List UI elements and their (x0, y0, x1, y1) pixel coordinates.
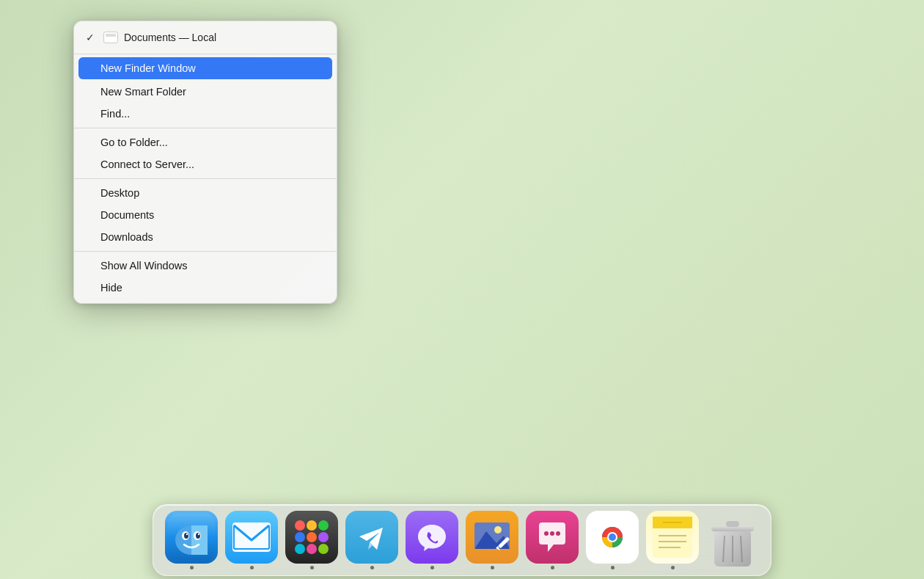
svg-point-23 (318, 544, 329, 554)
menu-item-go-to-folder[interactable]: Go to Folder... (74, 131, 337, 153)
svg-point-32 (550, 531, 554, 536)
menu-item-show-all-windows[interactable]: Show All Windows (74, 255, 337, 277)
dock-icon-finder[interactable] (165, 511, 218, 569)
menu-item-downloads[interactable]: Downloads (74, 226, 337, 248)
telegram-dot (370, 566, 374, 569)
notes-app-icon (646, 511, 699, 564)
svg-point-16 (307, 520, 317, 531)
photos-app-icon (466, 511, 518, 564)
viber-app-icon (406, 511, 458, 564)
svg-point-21 (295, 544, 305, 554)
trash-app-icon (706, 517, 759, 569)
svg-point-20 (318, 532, 329, 542)
notes-dot (671, 566, 675, 569)
svg-point-33 (556, 531, 560, 536)
divider-2 (74, 128, 337, 128)
svg-point-9 (186, 534, 188, 535)
svg-rect-11 (232, 522, 271, 552)
telegram-app-icon (345, 511, 398, 564)
menu-header: ✓ Documents — Local (74, 26, 337, 51)
mail-svg (232, 522, 271, 552)
viber-svg (414, 519, 450, 556)
svg-point-15 (295, 520, 305, 531)
finder-svg (168, 514, 215, 561)
menu-item-connect-to-server[interactable]: Connect to Server... (74, 153, 337, 175)
svg-point-19 (307, 532, 317, 542)
svg-rect-51 (726, 521, 739, 527)
svg-point-10 (198, 534, 199, 535)
divider-1 (74, 54, 337, 54)
divider-3 (74, 178, 337, 179)
finder-app-icon (165, 511, 218, 564)
svg-point-22 (307, 544, 317, 554)
dock-icon-speeko[interactable] (526, 511, 579, 569)
photos-dot (491, 566, 494, 569)
dock-icon-mail[interactable] (225, 511, 278, 569)
chrome-app-icon (586, 511, 639, 564)
mail-dot (250, 566, 254, 569)
viber-dot (430, 566, 434, 569)
dock-bar (153, 504, 771, 576)
dock (0, 504, 924, 579)
telegram-svg (353, 519, 390, 556)
speeko-svg (533, 518, 571, 556)
menu-item-new-finder-window[interactable]: New Finder Window (78, 57, 332, 79)
dock-icon-viber[interactable] (406, 511, 458, 569)
svg-point-27 (494, 526, 502, 534)
svg-point-8 (196, 533, 200, 539)
menu-item-documents[interactable]: Documents (74, 204, 337, 226)
photos-svg (470, 515, 514, 559)
menu-item-find[interactable]: Find... (74, 103, 337, 125)
speeko-dot (551, 566, 554, 569)
dock-icon-launchpad[interactable] (285, 511, 338, 569)
finder-dot (190, 566, 194, 569)
divider-4 (74, 251, 337, 252)
dock-icon-trash[interactable] (706, 517, 759, 569)
chrome-svg (592, 517, 633, 558)
svg-point-38 (609, 534, 616, 541)
speeko-app-icon (526, 511, 579, 564)
dock-icon-notes[interactable] (646, 511, 699, 569)
menu-item-desktop[interactable]: Desktop (74, 182, 337, 204)
dock-icon-telegram[interactable] (345, 511, 398, 569)
launchpad-svg (291, 517, 332, 558)
dock-icon-photos[interactable] (466, 511, 518, 569)
svg-point-7 (184, 533, 188, 539)
mail-app-icon (225, 511, 278, 564)
context-menu: ✓ Documents — Local New Finder Window Ne… (73, 21, 337, 304)
chrome-dot (611, 566, 615, 569)
menu-header-title: Documents — Local (124, 32, 216, 43)
svg-point-31 (544, 531, 549, 536)
window-icon (103, 32, 118, 43)
trash-svg (710, 517, 755, 569)
dock-icon-chrome[interactable] (586, 511, 639, 569)
svg-rect-3 (191, 525, 208, 555)
launchpad-dot (310, 566, 314, 569)
svg-point-17 (318, 520, 329, 531)
notes-svg (653, 517, 692, 558)
svg-point-18 (295, 532, 305, 542)
launchpad-app-icon (285, 511, 338, 564)
checkmark-icon: ✓ (86, 32, 98, 43)
menu-item-new-smart-folder[interactable]: New Smart Folder (74, 81, 337, 103)
menu-item-hide[interactable]: Hide (74, 277, 337, 299)
